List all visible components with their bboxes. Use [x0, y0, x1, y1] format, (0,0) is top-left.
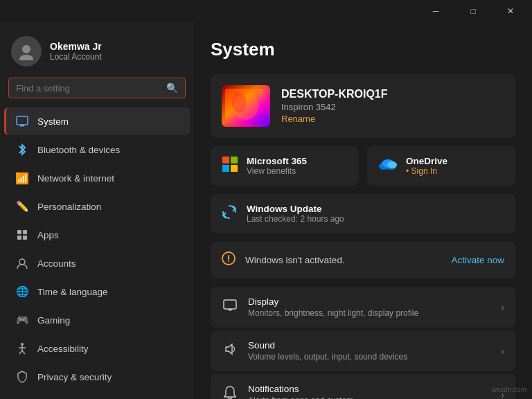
sidebar: Okemwa Jr Local Account 🔍 — [0, 22, 194, 399]
sound-chevron-icon: › — [501, 346, 504, 357]
user-type: Local Account — [50, 52, 102, 62]
display-icon — [222, 299, 238, 315]
sidebar-item-label-personalization: Personalization — [37, 202, 101, 212]
settings-list: Display Monitors, brightness, night ligh… — [211, 287, 515, 399]
search-icon: 🔍 — [166, 82, 178, 94]
svg-rect-29 — [224, 300, 236, 309]
sidebar-item-label-accessibility: Accessibility — [37, 344, 89, 354]
svg-rect-5 — [17, 230, 21, 234]
svg-line-13 — [19, 351, 22, 354]
sound-icon — [222, 343, 238, 359]
close-button[interactable]: ✕ — [495, 0, 526, 22]
microsoft365-card[interactable]: Microsoft 365 View benefits — [211, 146, 359, 186]
main-content: System — [194, 22, 532, 399]
svg-rect-7 — [17, 236, 21, 240]
sidebar-item-accounts[interactable]: Accounts — [4, 249, 190, 277]
sidebar-item-apps[interactable]: Apps — [4, 221, 190, 249]
sound-sub: Volume levels, output, input, sound devi… — [248, 352, 491, 362]
svg-point-9 — [19, 259, 25, 265]
onedrive-card[interactable]: OneDrive • Sign In — [367, 146, 515, 186]
network-icon: 📶 — [15, 171, 29, 185]
sidebar-item-privacy[interactable]: Privacy & security — [4, 363, 190, 391]
sidebar-item-windowsupdate[interactable]: Windows Update — [4, 391, 190, 399]
notifications-icon — [222, 386, 238, 399]
windows-update-card[interactable]: Windows Update Last checked: 2 hours ago — [211, 194, 515, 233]
sound-info: Sound Volume levels, output, input, soun… — [248, 340, 491, 362]
sidebar-item-gaming[interactable]: 🎮 Gaming — [4, 306, 190, 334]
device-card[interactable]: DESKTOP-KROIQ1F Inspiron 3542 Rename — [211, 74, 515, 138]
display-info: Display Monitors, brightness, night ligh… — [248, 296, 491, 318]
sidebar-item-network[interactable]: 📶 Network & internet — [4, 164, 190, 192]
user-profile[interactable]: Okemwa Jr Local Account — [0, 22, 194, 78]
sidebar-item-label-gaming: Gaming — [37, 315, 70, 326]
sidebar-item-personalization[interactable]: ✏️ Personalization — [4, 193, 190, 220]
update-name: Windows Update — [247, 204, 504, 214]
onedrive-icon — [378, 158, 398, 174]
setting-row-display[interactable]: Display Monitors, brightness, night ligh… — [211, 287, 515, 328]
svg-rect-4 — [19, 125, 26, 125]
activation-card: Windows isn't activated. Activate now — [211, 242, 515, 278]
microsoft365-sub: View benefits — [247, 166, 307, 176]
sidebar-item-label-system: System — [37, 116, 69, 127]
svg-point-0 — [22, 45, 30, 53]
windows-update-icon — [222, 204, 237, 223]
sidebar-item-system[interactable]: System — [4, 107, 190, 135]
gaming-icon: 🎮 — [15, 313, 29, 327]
svg-marker-32 — [226, 344, 232, 354]
svg-point-25 — [387, 161, 397, 168]
device-info: DESKTOP-KROIQ1F Inspiron 3542 Rename — [281, 88, 504, 124]
svg-rect-20 — [222, 165, 229, 172]
microsoft365-icon — [222, 156, 238, 176]
time-icon: 🌐 — [15, 285, 29, 299]
services-row: Microsoft 365 View benefits — [211, 146, 515, 186]
device-model: Inspiron 3542 — [281, 102, 504, 112]
svg-line-14 — [22, 351, 25, 354]
svg-rect-3 — [20, 125, 24, 127]
svg-rect-2 — [17, 116, 28, 125]
search-box[interactable]: 🔍 — [8, 78, 186, 98]
update-info: Windows Update Last checked: 2 hours ago — [247, 204, 504, 224]
sidebar-item-label-network: Network & internet — [37, 173, 114, 184]
microsoft365-info: Microsoft 365 View benefits — [247, 156, 307, 176]
maximize-button[interactable]: □ — [457, 0, 489, 22]
device-thumbnail — [222, 85, 270, 127]
bluetooth-icon — [15, 143, 29, 157]
notifications-chevron-icon: › — [501, 389, 504, 400]
microsoft365-name: Microsoft 365 — [247, 156, 307, 166]
sidebar-item-label-apps: Apps — [37, 230, 59, 240]
svg-rect-21 — [231, 165, 238, 172]
activation-link[interactable]: Activate now — [451, 255, 504, 265]
svg-rect-6 — [23, 230, 27, 234]
onedrive-sub: • Sign In — [406, 166, 447, 176]
svg-rect-19 — [231, 157, 238, 163]
onedrive-name: OneDrive — [406, 156, 447, 166]
sidebar-item-label-bluetooth: Bluetooth & devices — [37, 145, 120, 155]
personalization-icon: ✏️ — [15, 200, 29, 213]
activation-text: Windows isn't activated. — [245, 255, 441, 265]
search-input[interactable] — [16, 83, 161, 94]
user-name: Okemwa Jr — [50, 41, 102, 52]
setting-row-sound[interactable]: Sound Volume levels, output, input, soun… — [211, 330, 515, 371]
device-rename[interactable]: Rename — [281, 114, 504, 124]
nav-list: System Bluetooth & devices 📶 Network & i… — [0, 107, 194, 399]
notifications-sub: Alerts from apps and system — [248, 396, 491, 399]
sidebar-item-bluetooth[interactable]: Bluetooth & devices — [4, 136, 190, 163]
title-bar: ─ □ ✕ — [0, 0, 532, 22]
notifications-info: Notifications Alerts from apps and syste… — [248, 384, 491, 399]
sidebar-item-time[interactable]: 🌐 Time & language — [4, 278, 190, 305]
sidebar-item-accessibility[interactable]: Accessibility — [4, 335, 190, 362]
svg-point-28 — [228, 260, 229, 262]
onedrive-info: OneDrive • Sign In — [406, 156, 447, 176]
display-chevron-icon: › — [501, 302, 504, 313]
svg-point-10 — [21, 343, 24, 346]
update-sub: Last checked: 2 hours ago — [247, 214, 504, 224]
display-name: Display — [248, 296, 491, 307]
svg-point-17 — [232, 92, 246, 113]
privacy-icon — [15, 370, 29, 384]
setting-row-notifications[interactable]: Notifications Alerts from apps and syste… — [211, 374, 515, 399]
minimize-button[interactable]: ─ — [420, 0, 452, 22]
notifications-name: Notifications — [248, 384, 491, 394]
system-icon — [15, 114, 29, 128]
sidebar-item-label-privacy: Privacy & security — [37, 372, 112, 382]
sidebar-item-label-accounts: Accounts — [37, 258, 76, 269]
